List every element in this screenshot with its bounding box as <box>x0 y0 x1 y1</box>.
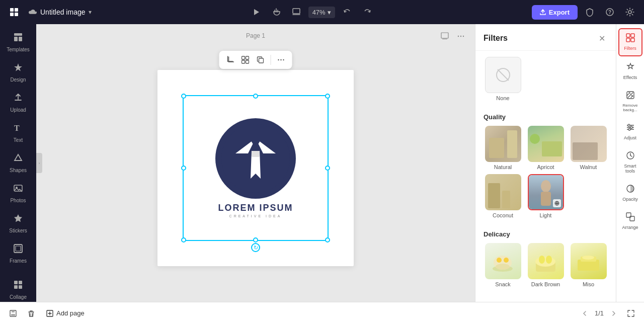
title-chevron[interactable]: ▾ <box>89 9 92 16</box>
sidebar-item-collage[interactable]: Collage <box>3 276 33 302</box>
svg-text:T: T <box>14 124 20 132</box>
page-prev-btn[interactable] <box>579 307 591 319</box>
right-sidebar-effects[interactable]: Effects <box>618 58 642 85</box>
filter-apricot-label: Apricot <box>537 164 554 170</box>
redo-button[interactable] <box>359 4 375 20</box>
handle-mid-left[interactable] <box>181 166 186 171</box>
sidebar-item-text[interactable]: T Text <box>3 119 33 147</box>
svg-rect-40 <box>252 151 260 157</box>
filter-miso[interactable]: Miso <box>569 243 608 287</box>
shapes-icon <box>13 153 23 166</box>
filter-natural-thumb <box>485 126 521 162</box>
page-indicator: 1/1 <box>595 309 604 317</box>
filters-header: Filters ✕ <box>475 24 616 51</box>
page-thumbnail-btn[interactable] <box>439 30 451 42</box>
play-button[interactable] <box>248 4 264 20</box>
right-sidebar-arrange[interactable]: Arrange <box>618 208 642 234</box>
design-label: Design <box>10 77 26 83</box>
filter-none-thumb <box>485 57 521 93</box>
logo-graphic: LOREM IPSUM CREATIVE IDEA <box>215 118 296 218</box>
delete-page-btn[interactable] <box>24 306 38 320</box>
filter-miso-thumb <box>571 243 607 279</box>
zoom-chevron: ▾ <box>328 9 331 16</box>
svg-rect-19 <box>19 281 22 284</box>
filter-dark-brown-thumb <box>528 243 564 279</box>
handle-top-right[interactable] <box>325 94 330 99</box>
smart-tools-sidebar-label: Smart tools <box>620 164 640 175</box>
svg-point-67 <box>630 126 632 128</box>
more-options-btn[interactable] <box>274 53 288 67</box>
hand-tool-button[interactable] <box>268 4 284 20</box>
sidebar-item-stickers[interactable]: Stickers <box>3 209 33 237</box>
filter-none[interactable]: None <box>484 57 522 101</box>
effects-group-btn[interactable] <box>238 53 253 67</box>
svg-rect-0 <box>10 8 14 12</box>
filter-walnut[interactable]: Walnut <box>569 126 608 170</box>
zoom-value: 47% <box>312 9 326 16</box>
handle-bot-left[interactable] <box>181 237 186 242</box>
filter-natural-label: Natural <box>494 164 512 170</box>
canvas-edge-handle[interactable]: › <box>36 153 42 173</box>
handle-top-left[interactable] <box>181 94 186 99</box>
effects-sidebar-icon <box>626 62 635 73</box>
svg-text:?: ? <box>608 10 611 15</box>
filter-coconut[interactable]: Coconut <box>484 174 522 218</box>
cloud-save-area[interactable]: Untitled image ▾ <box>28 8 92 16</box>
filter-miso-label: Miso <box>583 281 594 287</box>
topbar-tools: 47% ▾ <box>98 4 526 20</box>
rotate-handle[interactable]: ↻ <box>251 243 260 252</box>
undo-button[interactable] <box>339 4 355 20</box>
page-more-btn[interactable] <box>455 30 467 42</box>
quality-filter-grid: Natural Apricot <box>484 126 608 218</box>
handle-mid-right[interactable] <box>325 166 330 171</box>
filter-snack[interactable]: Snack <box>484 243 522 287</box>
right-sidebar-opacity[interactable]: Opacity <box>618 180 642 206</box>
handle-bot-right[interactable] <box>325 237 330 242</box>
filters-panel: Filters ✕ None Quality <box>475 24 616 302</box>
filters-close-button[interactable]: ✕ <box>596 32 608 44</box>
adjust-sidebar-icon <box>626 123 635 134</box>
filter-dark-brown[interactable]: Dark Brown <box>526 243 565 287</box>
svg-rect-10 <box>14 37 18 41</box>
crop-tool-btn[interactable] <box>223 53 237 67</box>
svg-point-33 <box>280 59 281 60</box>
settings-button[interactable] <box>622 4 638 20</box>
canvas-page[interactable]: ↻ <box>157 70 354 266</box>
sidebar-item-shapes[interactable]: Shapes <box>3 149 33 177</box>
help-button[interactable]: ? <box>602 4 618 20</box>
svg-rect-3 <box>15 13 18 16</box>
handle-bot-center[interactable] <box>253 237 258 242</box>
expand-button[interactable] <box>624 306 638 320</box>
right-sidebar-smart-tools[interactable]: Smart tools <box>618 147 642 179</box>
export-button[interactable]: Export <box>532 5 578 20</box>
filter-natural[interactable]: Natural <box>484 126 522 170</box>
filters-sidebar-icon <box>626 33 635 44</box>
filter-apricot[interactable]: Apricot <box>526 126 565 170</box>
sidebar-item-frames[interactable]: Frames <box>3 239 33 268</box>
duplicate-btn[interactable] <box>254 53 268 67</box>
svg-marker-4 <box>254 9 259 15</box>
templates-icon <box>13 32 23 45</box>
shield-button[interactable] <box>582 4 598 20</box>
sidebar-item-upload[interactable]: Upload <box>3 89 33 117</box>
document-title[interactable]: Untitled image <box>40 8 86 16</box>
svg-rect-20 <box>14 285 18 289</box>
filter-snack-label: Snack <box>495 281 511 287</box>
handle-top-center[interactable] <box>253 94 258 99</box>
design-icon <box>13 62 23 75</box>
sidebar-item-templates[interactable]: Templates <box>3 28 33 56</box>
arrange-sidebar-icon <box>626 212 635 223</box>
right-sidebar-remove-bg[interactable]: Remove backg... <box>618 87 642 117</box>
add-page-button[interactable]: Add page <box>42 307 89 319</box>
svg-rect-27 <box>242 56 245 59</box>
right-sidebar-adjust[interactable]: Adjust <box>618 119 642 145</box>
sidebar-item-design[interactable]: Design <box>3 58 33 87</box>
save-page-btn[interactable] <box>6 306 20 320</box>
page-next-btn[interactable] <box>608 307 620 319</box>
right-sidebar-filters[interactable]: Filters <box>618 28 642 56</box>
canvas-area[interactable]: › Page 1 <box>36 24 475 302</box>
filter-light[interactable]: Light <box>526 174 565 218</box>
zoom-control[interactable]: 47% ▾ <box>308 7 335 18</box>
layout-button[interactable] <box>288 4 304 20</box>
sidebar-item-photos[interactable]: Photos <box>3 179 33 207</box>
